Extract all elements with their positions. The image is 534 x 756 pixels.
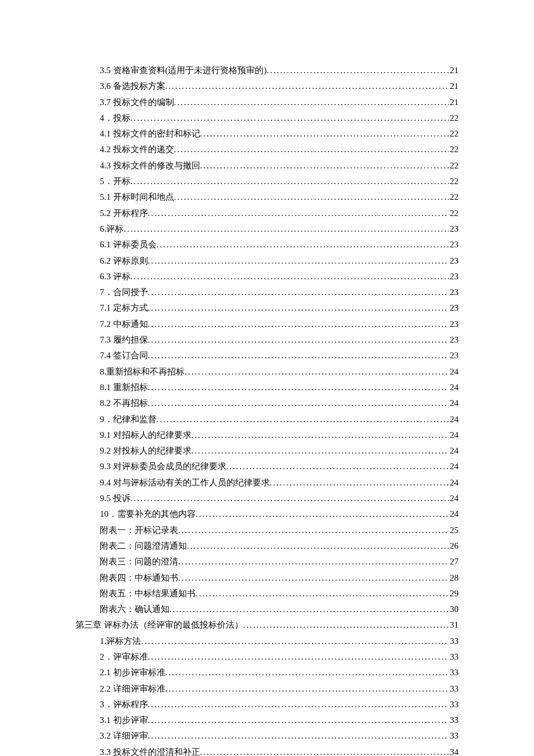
toc-entry-title: 8.1 重新招标 (100, 380, 148, 395)
toc-entry-page: 22 (449, 126, 459, 142)
toc-entry-page: 23 (449, 285, 459, 300)
toc-leader-dots (148, 649, 449, 665)
toc-entry-page: 24 (449, 395, 459, 411)
toc-entry-page: 24 (449, 491, 459, 506)
toc-entry: 附表五：中标结果通知书29 (75, 586, 459, 602)
toc-entry-title: 6.2 评标原则 (100, 253, 148, 269)
toc-entry-title: 7．合同授予 (100, 285, 148, 300)
toc-entry-title: 3．评标程序 (100, 697, 148, 712)
toc-entry: 9.5 投诉24 (75, 491, 459, 506)
toc-entry: 8.2 不再招标24 (75, 395, 459, 411)
toc-entry: 6.3 评标23 (75, 269, 459, 285)
toc-entry-page: 21 (449, 95, 459, 110)
toc-leader-dots (148, 332, 449, 348)
toc-entry-title: 9.5 投诉 (100, 491, 131, 506)
toc-entry: 附表六：确认通知30 (75, 602, 459, 617)
toc-entry-page: 22 (449, 142, 459, 157)
toc-entry-page: 23 (449, 269, 459, 285)
toc-entry-title: 6.1 评标委员会 (100, 237, 157, 253)
toc-leader-dots (148, 300, 449, 316)
toc-entry: 附表三：问题的澄清27 (75, 554, 459, 570)
toc-entry: 3.1 初步评审33 (75, 712, 459, 728)
toc-entry-title: 9.2 对投标人的纪律要求 (100, 443, 192, 459)
toc-leader-dots (270, 475, 449, 491)
toc-entry-title: 附表三：问题的澄清 (100, 554, 178, 570)
toc-entry-title: 第三章 评标办法（经评审的最低投标价法） (75, 617, 243, 633)
toc-entry: 4.1 投标文件的密封和标记22 (75, 126, 459, 142)
toc-entry: 2．评审标准33 (75, 649, 459, 665)
toc-entry-page: 21 (449, 78, 459, 94)
toc-entry: 4.2 投标文件的递交22 (75, 142, 459, 157)
toc-leader-dots (192, 443, 449, 459)
toc-entry-page: 23 (449, 253, 459, 269)
toc-leader-dots (148, 380, 449, 395)
toc-leader-dots (148, 348, 449, 363)
toc-leader-dots (157, 412, 449, 427)
toc-entry: 第三章 评标办法（经评审的最低投标价法）31 (75, 617, 459, 633)
toc-entry-page: 23 (449, 316, 459, 332)
toc-entry-title: 10．需要补充的其他内容 (100, 506, 196, 522)
toc-entry-page: 24 (449, 380, 459, 395)
toc-entry-page: 34 (449, 744, 459, 756)
toc-entry-title: 7.1 定标方式 (100, 300, 148, 316)
toc-entry-page: 33 (449, 649, 459, 665)
toc-entry: 9.2 对投标人的纪律要求24 (75, 443, 459, 459)
toc-leader-dots (148, 697, 449, 712)
toc-entry-page: 23 (449, 221, 459, 237)
toc-entry-title: 3.3 投标文件的澄清和补正 (100, 744, 200, 756)
toc-entry-page: 25 (449, 523, 459, 538)
toc-leader-dots (165, 681, 449, 697)
toc-entry-page: 24 (449, 506, 459, 522)
toc-entry: 1.评标方法33 (75, 633, 459, 649)
toc-entry-page: 22 (449, 158, 459, 174)
toc-leader-dots (226, 459, 449, 474)
toc-leader-dots (174, 189, 449, 205)
toc-leader-dots (178, 570, 449, 586)
toc-entry-page: 33 (449, 665, 459, 681)
toc-entry-title: 9.3 对评标委员会成员的纪律要求 (100, 459, 226, 474)
toc-entry-page: 33 (449, 681, 459, 697)
toc-entry: 3.7 投标文件的编制21 (75, 95, 459, 110)
toc-leader-dots (196, 586, 449, 602)
toc-entry: 7.1 定标方式23 (75, 300, 459, 316)
toc-entry: 9.4 对与评标活动有关的工作人员的纪律要求24 (75, 475, 459, 491)
toc-entry-title: 6.3 评标 (100, 269, 131, 285)
toc-entry: 8.重新招标和不再招标24 (75, 364, 459, 380)
toc-leader-dots (174, 95, 449, 110)
toc-entry: 3．评标程序33 (75, 697, 459, 712)
toc-entry-title: 6.评标 (100, 221, 124, 237)
toc-entry-title: 3.2 详细评审 (100, 728, 148, 744)
toc-entry-title: 附表一：开标记录表 (100, 523, 178, 538)
toc-leader-dots (148, 206, 449, 221)
toc-leader-dots (148, 316, 449, 332)
toc-leader-dots (200, 744, 449, 756)
toc-entry-page: 24 (449, 443, 459, 459)
toc-entry-page: 29 (449, 586, 459, 602)
toc-entry-page: 24 (449, 475, 459, 491)
toc-entry-title: 7.4 签订合同 (100, 348, 148, 363)
toc-entry-title: 4.2 投标文件的递交 (100, 142, 174, 157)
toc-leader-dots (165, 78, 449, 94)
toc-entry-title: 2.1 初步评审标准 (100, 665, 165, 681)
toc-entry: 9．纪律和监督24 (75, 412, 459, 427)
toc-entry-page: 27 (449, 554, 459, 570)
toc-entry-title: 8.重新招标和不再招标 (100, 364, 185, 380)
toc-entry: 7.2 中标通知23 (75, 316, 459, 332)
toc-leader-dots (243, 617, 449, 633)
toc-leader-dots (192, 427, 449, 443)
toc-entry-title: 附表五：中标结果通知书 (100, 586, 196, 602)
toc-entry: 6.2 评标原则23 (75, 253, 459, 269)
table-of-contents: 3.5 资格审查资料(适用于未进行资格预审的)213.6 备选投标方案213.7… (75, 63, 459, 756)
toc-entry-title: 2.2 详细评审标准 (100, 681, 165, 697)
toc-entry-title: 3.6 备选投标方案 (100, 78, 165, 94)
toc-entry: 3.3 投标文件的澄清和补正34 (75, 744, 459, 756)
toc-entry-title: 8.2 不再招标 (100, 395, 148, 411)
toc-leader-dots (267, 63, 449, 78)
toc-entry-title: 3.1 初步评审 (100, 712, 148, 728)
toc-leader-dots (131, 174, 449, 189)
toc-leader-dots (131, 110, 449, 126)
toc-entry-title: 9.4 对与评标活动有关的工作人员的纪律要求 (100, 475, 270, 491)
toc-entry-title: 5.2 开标程序 (100, 206, 148, 221)
toc-entry: 2.2 详细评审标准33 (75, 681, 459, 697)
toc-entry-page: 22 (449, 174, 459, 189)
